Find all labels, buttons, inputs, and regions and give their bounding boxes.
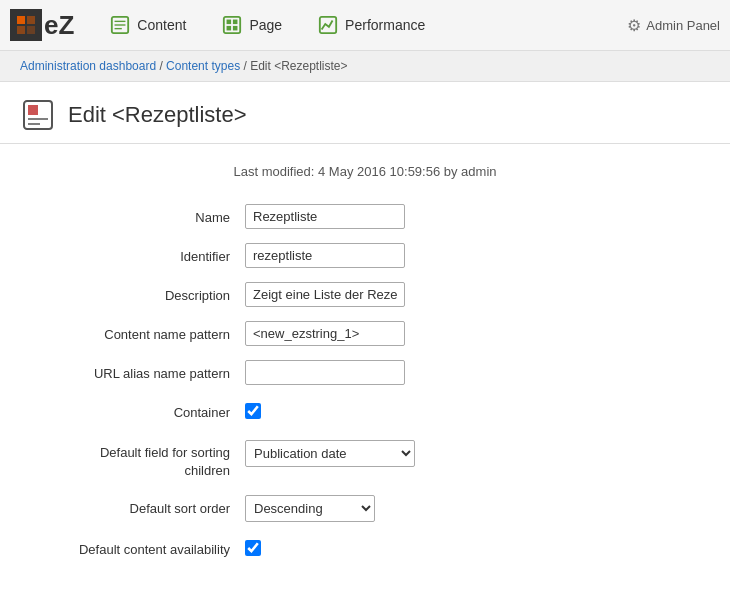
default-sort-field-row: Default field for sorting children Publi… [65, 436, 665, 480]
content-name-pattern-control-wrap [245, 321, 665, 346]
svg-rect-9 [227, 20, 232, 25]
url-alias-row: URL alias name pattern [65, 360, 665, 385]
identifier-control-wrap [245, 243, 665, 268]
default-sort-order-select[interactable]: Descending Ascending [245, 495, 375, 522]
svg-rect-15 [28, 105, 38, 115]
container-label: Container [65, 399, 245, 422]
gear-icon: ⚙ [627, 16, 641, 35]
form-area: Last modified: 4 May 2016 10:59:56 by ad… [0, 144, 730, 593]
default-content-availability-label: Default content availability [65, 536, 245, 559]
url-alias-input[interactable] [245, 360, 405, 385]
nav-label-performance: Performance [345, 17, 425, 33]
description-label: Description [65, 282, 245, 305]
identifier-input[interactable] [245, 243, 405, 268]
nav-item-content[interactable]: Content [94, 7, 201, 43]
default-sort-field-control-wrap: Publication date Name Modified Created P… [245, 436, 665, 467]
svg-rect-0 [17, 16, 25, 24]
svg-rect-12 [233, 26, 238, 31]
identifier-label: Identifier [65, 243, 245, 266]
nav-item-page[interactable]: Page [206, 7, 297, 43]
default-content-availability-control-wrap [245, 536, 665, 559]
nav-label-page: Page [249, 17, 282, 33]
svg-rect-10 [233, 20, 238, 25]
breadcrumb-home[interactable]: Administration dashboard [20, 59, 156, 73]
default-sort-field-label: Default field for sorting children [65, 436, 245, 480]
default-sort-order-control-wrap: Descending Ascending [245, 495, 665, 522]
content-name-pattern-row: Content name pattern [65, 321, 665, 346]
description-row: Description [65, 282, 665, 307]
nav-item-performance[interactable]: Performance [302, 7, 440, 43]
container-control-wrap [245, 399, 665, 422]
svg-rect-1 [27, 16, 35, 24]
breadcrumb-content-types[interactable]: Content types [166, 59, 240, 73]
content-name-pattern-input[interactable] [245, 321, 405, 346]
logo-text: eZ [44, 10, 74, 41]
content-type-icon [20, 97, 56, 133]
name-control-wrap [245, 204, 665, 229]
content-icon [109, 14, 131, 36]
default-content-availability-row: Default content availability [65, 536, 665, 559]
top-navigation: eZ Content [0, 0, 730, 51]
identifier-row: Identifier [65, 243, 665, 268]
svg-rect-11 [227, 26, 232, 31]
content-name-pattern-label: Content name pattern [65, 321, 245, 344]
page-header: Edit <Rezeptliste> [0, 82, 730, 144]
description-input[interactable] [245, 282, 405, 307]
page-icon [221, 14, 243, 36]
svg-rect-3 [27, 26, 35, 34]
url-alias-control-wrap [245, 360, 665, 385]
name-input[interactable] [245, 204, 405, 229]
logo[interactable]: eZ [10, 9, 74, 41]
performance-icon [317, 14, 339, 36]
nav-items: Content Page Perf [94, 7, 627, 43]
admin-panel-button[interactable]: ⚙ Admin Panel [627, 16, 720, 35]
container-row: Container [65, 399, 665, 422]
admin-panel-label: Admin Panel [646, 18, 720, 33]
svg-rect-8 [224, 17, 240, 33]
default-sort-field-select[interactable]: Publication date Name Modified Created P… [245, 440, 415, 467]
url-alias-label: URL alias name pattern [65, 360, 245, 383]
svg-rect-2 [17, 26, 25, 34]
logo-icon [10, 9, 42, 41]
default-content-availability-checkbox[interactable] [245, 540, 261, 556]
container-checkbox[interactable] [245, 403, 261, 419]
default-sort-order-label: Default sort order [65, 495, 245, 518]
name-row: Name [65, 204, 665, 229]
edit-form: Name Identifier Description Content name… [65, 204, 665, 559]
page-title: Edit <Rezeptliste> [68, 102, 247, 128]
default-sort-order-row: Default sort order Descending Ascending [65, 495, 665, 522]
last-modified-text: Last modified: 4 May 2016 10:59:56 by ad… [40, 164, 690, 179]
name-label: Name [65, 204, 245, 227]
description-control-wrap [245, 282, 665, 307]
nav-label-content: Content [137, 17, 186, 33]
breadcrumb-current: Edit <Rezeptliste> [250, 59, 347, 73]
breadcrumb: Administration dashboard / Content types… [0, 51, 730, 82]
